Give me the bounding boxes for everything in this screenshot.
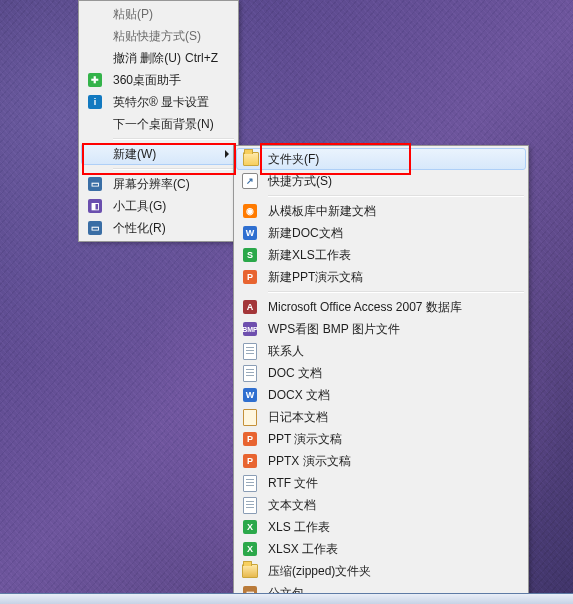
desktop-background: { "mainMenu":{ "paste":"粘贴(P)", "pasteSh… [0,0,573,604]
menu-separator [113,138,234,140]
menu-label: RTF 文件 [268,475,318,492]
personalize-icon: ▭ [87,220,103,236]
submenu-item-new-xls[interactable]: S 新建XLS工作表 [236,244,526,266]
wps-doc-icon: W [242,225,258,241]
template-icon: ◉ [242,203,258,219]
submenu-item-xls[interactable]: X XLS 工作表 [236,516,526,538]
submenu-item-access-db[interactable]: A Microsoft Office Access 2007 数据库 [236,296,526,318]
menu-label: 新建DOC文档 [268,225,343,242]
helper-icon: ✚ [87,72,103,88]
wps-ppt-icon: P [242,269,258,285]
menu-label: PPT 演示文稿 [268,431,342,448]
menu-label: 粘贴快捷方式(S) [113,28,201,45]
submenu-item-xlsx[interactable]: X XLSX 工作表 [236,538,526,560]
menu-label: 个性化(R) [113,220,166,237]
text-icon [242,497,258,513]
pptx-icon: P [242,453,258,469]
submenu-item-contact[interactable]: 联系人 [236,340,526,362]
submenu-item-bmp[interactable]: BMP WPS看图 BMP 图片文件 [236,318,526,340]
menu-label: 粘贴(P) [113,6,153,23]
menu-label: 新建(W) [113,146,156,163]
menu-label: 文本文档 [268,497,316,514]
menu-item-gadgets[interactable]: ◧ 小工具(G) [81,195,236,217]
docx-icon: W [242,387,258,403]
menu-label: XLS 工作表 [268,519,330,536]
journal-icon [242,409,258,425]
menu-separator [268,291,524,293]
submenu-item-new-ppt[interactable]: P 新建PPT演示文稿 [236,266,526,288]
submenu-arrow-icon [225,150,229,158]
access-icon: A [242,299,258,315]
menu-label: 屏幕分辨率(C) [113,176,190,193]
taskbar[interactable] [0,593,573,604]
menu-item-360-helper[interactable]: ✚ 360桌面助手 [81,69,236,91]
menu-label: DOCX 文档 [268,387,330,404]
menu-item-undo-delete[interactable]: 撤消 删除(U) Ctrl+Z [81,47,236,69]
zip-icon [242,563,258,579]
menu-label: 小工具(G) [113,198,166,215]
menu-label: 英特尔® 显卡设置 [113,94,209,111]
xls-icon: X [242,519,258,535]
submenu-item-folder[interactable]: 文件夹(F) [236,148,526,170]
menu-label: 新建PPT演示文稿 [268,269,363,286]
rtf-icon [242,475,258,491]
intel-icon: i [87,94,103,110]
menu-label: 撤消 删除(U) [113,50,181,67]
menu-item-new[interactable]: 新建(W) [81,143,236,165]
menu-label: 从模板库中新建文档 [268,203,376,220]
submenu-item-new-doc[interactable]: W 新建DOC文档 [236,222,526,244]
menu-item-next-background[interactable]: 下一个桌面背景(N) [81,113,236,135]
submenu-item-docx[interactable]: W DOCX 文档 [236,384,526,406]
submenu-item-journal[interactable]: 日记本文档 [236,406,526,428]
submenu-item-text[interactable]: 文本文档 [236,494,526,516]
menu-label: 下一个桌面背景(N) [113,116,214,133]
menu-item-paste[interactable]: 粘贴(P) [81,3,236,25]
menu-shortcut: Ctrl+Z [185,51,218,65]
submenu-item-doc[interactable]: DOC 文档 [236,362,526,384]
menu-label: 360桌面助手 [113,72,181,89]
context-menu-new: 文件夹(F) ↗ 快捷方式(S) ◉ 从模板库中新建文档 W 新建DOC文档 S… [233,145,529,604]
menu-item-intel-graphics[interactable]: i 英特尔® 显卡设置 [81,91,236,113]
submenu-item-template-doc[interactable]: ◉ 从模板库中新建文档 [236,200,526,222]
submenu-item-rtf[interactable]: RTF 文件 [236,472,526,494]
bmp-icon: BMP [242,321,258,337]
menu-label: 压缩(zipped)文件夹 [268,563,371,580]
ppt-icon: P [242,431,258,447]
menu-label: Microsoft Office Access 2007 数据库 [268,299,462,316]
menu-separator [113,168,234,170]
doc-icon [242,365,258,381]
submenu-item-shortcut[interactable]: ↗ 快捷方式(S) [236,170,526,192]
menu-item-screen-resolution[interactable]: ▭ 屏幕分辨率(C) [81,173,236,195]
submenu-item-ppt[interactable]: P PPT 演示文稿 [236,428,526,450]
menu-label: 新建XLS工作表 [268,247,351,264]
menu-label: 文件夹(F) [268,151,319,168]
gadget-icon: ◧ [87,198,103,214]
menu-label: WPS看图 BMP 图片文件 [268,321,400,338]
menu-item-paste-shortcut[interactable]: 粘贴快捷方式(S) [81,25,236,47]
menu-item-personalize[interactable]: ▭ 个性化(R) [81,217,236,239]
menu-label: DOC 文档 [268,365,322,382]
menu-separator [268,195,524,197]
monitor-icon: ▭ [87,176,103,192]
contact-icon [242,343,258,359]
menu-label: 快捷方式(S) [268,173,332,190]
context-menu-main: 粘贴(P) 粘贴快捷方式(S) 撤消 删除(U) Ctrl+Z ✚ 360桌面助… [78,0,239,242]
submenu-item-zip[interactable]: 压缩(zipped)文件夹 [236,560,526,582]
folder-icon [243,151,259,167]
menu-label: 日记本文档 [268,409,328,426]
shortcut-icon: ↗ [242,173,258,189]
menu-label: 联系人 [268,343,304,360]
wps-xls-icon: S [242,247,258,263]
menu-label: XLSX 工作表 [268,541,338,558]
xlsx-icon: X [242,541,258,557]
menu-label: PPTX 演示文稿 [268,453,351,470]
submenu-item-pptx[interactable]: P PPTX 演示文稿 [236,450,526,472]
